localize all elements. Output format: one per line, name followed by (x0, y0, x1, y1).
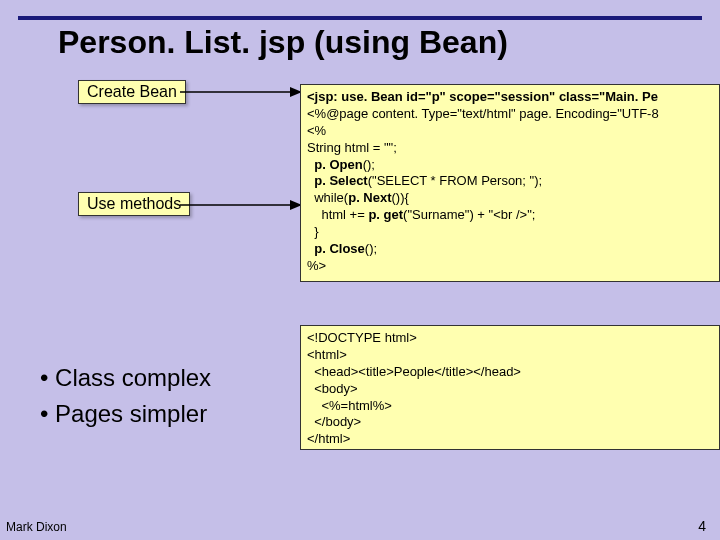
code-line: <jsp: use. Bean id="p" scope="session" c… (307, 89, 658, 104)
code-line: </body> (307, 414, 361, 429)
code-line: p. Next (348, 190, 391, 205)
code-line: <% (307, 123, 326, 138)
code-line: String html = ""; (307, 140, 397, 155)
code-line: (); (363, 157, 375, 172)
code-line: while( (307, 190, 348, 205)
code-line: p. Close (307, 241, 365, 256)
title-rule (18, 16, 702, 20)
code-line: ()){ (392, 190, 409, 205)
code-line: <!DOCTYPE html> (307, 330, 417, 345)
code-line: html += (307, 207, 368, 222)
code-line: p. Select (307, 173, 368, 188)
code-line: %> (307, 258, 326, 273)
page-title: Person. List. jsp (using Bean) (58, 24, 508, 61)
bullet-item: • Pages simpler (40, 396, 211, 432)
code-line: <%@page content. Type="text/html" page. … (307, 106, 659, 121)
code-line: } (307, 224, 319, 239)
code-line: </html> (307, 431, 350, 446)
label-use-methods: Use methods (78, 192, 190, 216)
arrow-create-bean (180, 82, 310, 112)
arrow-use-methods (180, 195, 310, 225)
label-create-bean: Create Bean (78, 80, 186, 104)
code-line: ("Surname") + "<br />"; (403, 207, 535, 222)
code-line: <html> (307, 347, 347, 362)
code-line: (); (365, 241, 377, 256)
footer-author: Mark Dixon (6, 520, 67, 534)
code-block-bottom: <!DOCTYPE html> <html> <head><title>Peop… (300, 325, 720, 450)
code-line: <%=html%> (307, 398, 392, 413)
bullet-list: • Class complex • Pages simpler (40, 360, 211, 432)
code-line: <body> (307, 381, 358, 396)
bullet-item: • Class complex (40, 360, 211, 396)
code-line: p. get (368, 207, 403, 222)
code-line: p. Open (307, 157, 363, 172)
code-block-top: <jsp: use. Bean id="p" scope="session" c… (300, 84, 720, 282)
code-line: ("SELECT * FROM Person; "); (368, 173, 542, 188)
code-line: <head><title>People</title></head> (307, 364, 521, 379)
footer-page-number: 4 (698, 518, 706, 534)
